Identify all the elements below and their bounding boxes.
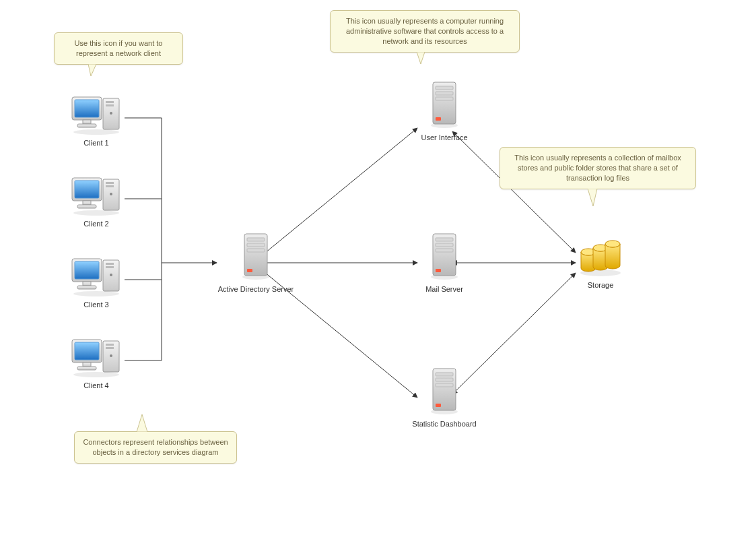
computer-icon: [69, 94, 123, 135]
node-label: Client 3: [66, 301, 127, 309]
node-client-1[interactable]: Client 1: [66, 94, 127, 147]
node-mail-server[interactable]: Mail Server: [404, 232, 485, 293]
server-icon: [429, 81, 460, 129]
node-label: Storage: [567, 281, 634, 289]
node-user-interface[interactable]: User Interface: [404, 81, 485, 141]
server-icon: [429, 367, 460, 416]
database-icon: [577, 239, 624, 277]
node-statistic-dashboard[interactable]: Statistic Dashboard: [397, 367, 491, 428]
computer-icon: [69, 256, 123, 296]
callout-connector: Connectors represent relationships betwe…: [74, 431, 237, 464]
computer-icon: [69, 175, 123, 216]
callout-text: This icon usually represents a computer …: [346, 17, 504, 45]
node-label: User Interface: [404, 133, 485, 141]
node-client-4[interactable]: Client 4: [66, 337, 127, 389]
node-label: Client 1: [66, 139, 127, 147]
callout-ui: This icon usually represents a computer …: [330, 10, 520, 53]
node-client-3[interactable]: Client 3: [66, 256, 127, 309]
node-label: Mail Server: [404, 285, 485, 293]
callout-storage: This icon usually represents a collectio…: [500, 147, 696, 189]
node-client-2[interactable]: Client 2: [66, 175, 127, 228]
node-label: Active Directory Server: [202, 285, 310, 293]
node-label: Client 2: [66, 220, 127, 228]
callout-client: Use this icon if you want to represent a…: [54, 32, 183, 65]
computer-icon: [69, 337, 123, 377]
node-storage[interactable]: Storage: [567, 239, 634, 289]
callout-text: This icon usually represents a collectio…: [514, 154, 681, 182]
node-label: Statistic Dashboard: [397, 420, 491, 428]
callout-text: Connectors represent relationships betwe…: [83, 438, 228, 456]
server-icon: [429, 232, 460, 281]
callout-text: Use this icon if you want to represent a…: [75, 39, 163, 57]
node-label: Client 4: [66, 381, 127, 389]
node-active-directory-server[interactable]: Active Directory Server: [202, 232, 310, 293]
server-icon: [240, 232, 271, 281]
